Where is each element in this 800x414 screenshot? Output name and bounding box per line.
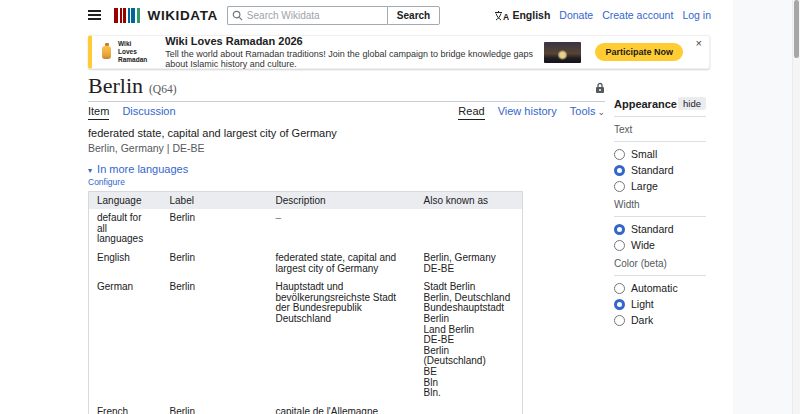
alias: Bundeshauptstadt Berlin xyxy=(424,303,515,324)
search-input[interactable] xyxy=(247,10,383,21)
wikidata-logo-bars-icon xyxy=(114,8,142,23)
alias: DE-BE xyxy=(424,264,515,275)
main-content: Berlin (Q64) ItemDiscussion ReadView his… xyxy=(88,74,605,414)
language-table-header-row: LanguageLabelDescriptionAlso known as xyxy=(89,192,523,210)
language-table: LanguageLabelDescriptionAlso known as de… xyxy=(88,191,523,414)
scrollbar[interactable] xyxy=(792,0,800,414)
radio-label: Large xyxy=(631,180,658,192)
radio-icon[interactable] xyxy=(614,181,625,192)
alias: Bln. xyxy=(424,388,515,399)
cell-label: Berlin xyxy=(162,278,268,403)
cell-language: German xyxy=(89,278,162,403)
appearance-title: Appearance xyxy=(614,98,677,110)
cell-description: – xyxy=(268,209,416,249)
hide-appearance-button[interactable]: hide xyxy=(678,97,706,110)
table-row-german: GermanBerlinHauptstadt und bevölkerungsr… xyxy=(89,278,523,403)
radio-option-text-small[interactable]: Small xyxy=(614,148,706,160)
alias: BE xyxy=(424,367,515,378)
radio-label: Wide xyxy=(631,239,655,251)
radio-selected-icon[interactable] xyxy=(614,224,625,235)
search-icon xyxy=(232,10,243,21)
cell-language: French xyxy=(89,403,162,414)
in-more-languages-toggle[interactable]: ▾ In more languages xyxy=(88,163,605,175)
tabs-left: ItemDiscussion xyxy=(88,105,189,120)
campaign-subtitle: Tell the world about Ramadan traditions!… xyxy=(165,49,538,69)
tabs-right: ReadView historyTools⌄ xyxy=(445,105,605,120)
collapse-caret-icon: ▾ xyxy=(88,166,92,175)
cell-also-known-as: Stadt BerlinBerlin, DeutschlandBundeshau… xyxy=(416,278,523,403)
appearance-section-label-width: Width xyxy=(614,199,706,210)
table-row-default-for-all-languages: default for all languagesBerlin– xyxy=(89,209,523,249)
wikidata-logo[interactable]: WIKIDATA xyxy=(114,8,218,23)
radio-option-color-beta-automatic[interactable]: Automatic xyxy=(614,282,706,294)
radio-option-text-large[interactable]: Large xyxy=(614,180,706,192)
radio-icon[interactable] xyxy=(614,283,625,294)
appearance-section-label-color-beta: Color (beta) xyxy=(614,258,706,269)
search-form: Search xyxy=(227,6,440,25)
alias: Berlin, Germany xyxy=(424,253,515,264)
radio-selected-icon[interactable] xyxy=(614,165,625,176)
cell-also-known-as: Berlin, GermanyDE-BE xyxy=(416,249,523,278)
cell-label: Berlin xyxy=(162,403,268,414)
tab-tools[interactable]: Tools⌄ xyxy=(570,105,605,120)
campaign-title: Wiki Loves Ramadan 2026 xyxy=(165,35,538,47)
appearance-header: Appearance hide xyxy=(614,97,706,110)
radio-option-width-standard[interactable]: Standard xyxy=(614,223,706,235)
column-header-description: Description xyxy=(268,192,416,210)
appearance-section-label-text: Text xyxy=(614,124,706,135)
configure-link[interactable]: Configure xyxy=(88,177,605,187)
radio-label: Standard xyxy=(631,164,674,176)
title-row: Berlin (Q64) xyxy=(88,74,605,102)
language-selector[interactable]: A English xyxy=(494,9,550,21)
radio-option-color-beta-light[interactable]: Light xyxy=(614,298,706,310)
cell-language: English xyxy=(89,249,162,278)
cell-label: Berlin xyxy=(162,209,268,249)
campaign-badge-line: Ramadan xyxy=(118,56,147,64)
tab-read[interactable]: Read xyxy=(458,105,484,120)
radio-label: Standard xyxy=(631,223,674,235)
table-row-english: EnglishBerlinfederated state, capital an… xyxy=(89,249,523,278)
radio-icon[interactable] xyxy=(614,315,625,326)
participate-now-button[interactable]: Participate Now xyxy=(595,43,683,61)
close-icon[interactable]: × xyxy=(696,38,702,49)
header-link-log-in[interactable]: Log in xyxy=(682,9,711,21)
radio-icon[interactable] xyxy=(614,240,625,251)
entity-id: (Q64) xyxy=(149,83,176,98)
table-row-french: FrenchBerlincapitale de l'Allemagne cons… xyxy=(89,403,523,414)
svg-text:A: A xyxy=(503,12,509,21)
search-button[interactable]: Search xyxy=(387,6,440,25)
header-link-donate[interactable]: Donate xyxy=(559,9,593,21)
cell-description: federated state, capital and largest cit… xyxy=(268,249,416,278)
appearance-sections: TextSmallStandardLargeWidthStandardWideC… xyxy=(614,124,706,326)
wikidata-logo-text: WIKIDATA xyxy=(148,8,218,23)
top-header: WIKIDATA Search A English DonateCreate a… xyxy=(0,0,733,30)
radio-icon[interactable] xyxy=(614,149,625,160)
radio-option-text-standard[interactable]: Standard xyxy=(614,164,706,176)
search-box[interactable] xyxy=(227,6,387,25)
scrollbar-thumb[interactable] xyxy=(794,0,799,58)
menu-icon[interactable] xyxy=(88,8,101,23)
radio-option-width-wide[interactable]: Wide xyxy=(614,239,706,251)
radio-label: Small xyxy=(631,148,657,160)
campaign-badge-line: Loves xyxy=(118,48,147,56)
in-more-languages-label: In more languages xyxy=(97,163,188,175)
alias: Berlin (Deutschland) xyxy=(424,346,515,367)
radio-selected-icon[interactable] xyxy=(614,299,625,310)
campaign-badge-line: Wiki xyxy=(118,40,147,48)
chevron-down-icon: ⌄ xyxy=(597,107,605,117)
tab-bar: ItemDiscussion ReadView historyTools⌄ xyxy=(88,105,605,120)
lantern-icon xyxy=(102,46,111,59)
radio-label: Automatic xyxy=(631,282,678,294)
appearance-options-color-beta: AutomaticLightDark xyxy=(614,282,706,326)
header-user-links: A English DonateCreate accountLog in xyxy=(494,9,711,21)
cell-language: default for all languages xyxy=(89,209,162,249)
tab-view-history[interactable]: View history xyxy=(498,105,557,120)
campaign-banner: WikiLovesRamadan Wiki Loves Ramadan 2026… xyxy=(88,35,710,69)
page-right-gutter xyxy=(733,0,792,414)
radio-option-color-beta-dark[interactable]: Dark xyxy=(614,314,706,326)
tab-item[interactable]: Item xyxy=(88,105,109,120)
tab-discussion[interactable]: Discussion xyxy=(122,105,175,120)
campaign-text: Wiki Loves Ramadan 2026 Tell the world a… xyxy=(165,35,538,69)
page-title: Berlin xyxy=(88,74,143,98)
header-link-create-account[interactable]: Create account xyxy=(602,9,673,21)
